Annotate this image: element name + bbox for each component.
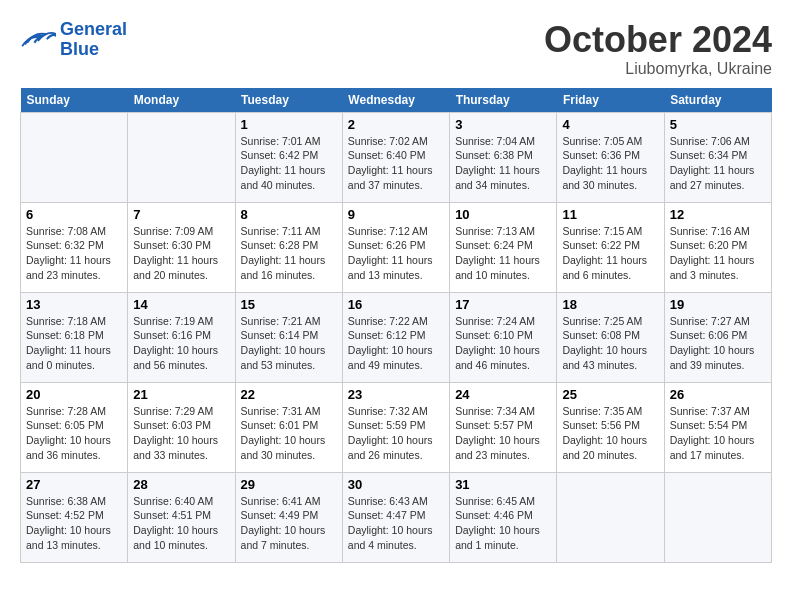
day-info: Sunrise: 7:08 AMSunset: 6:32 PMDaylight:… xyxy=(26,224,122,283)
day-cell: 8Sunrise: 7:11 AMSunset: 6:28 PMDaylight… xyxy=(235,202,342,292)
header-friday: Friday xyxy=(557,88,664,113)
logo-text: GeneralBlue xyxy=(60,20,127,60)
day-info: Sunrise: 7:19 AMSunset: 6:16 PMDaylight:… xyxy=(133,314,229,373)
day-number: 24 xyxy=(455,387,551,402)
day-cell: 14Sunrise: 7:19 AMSunset: 6:16 PMDayligh… xyxy=(128,292,235,382)
day-info: Sunrise: 6:38 AMSunset: 4:52 PMDaylight:… xyxy=(26,494,122,553)
day-number: 15 xyxy=(241,297,337,312)
day-number: 19 xyxy=(670,297,766,312)
header-thursday: Thursday xyxy=(450,88,557,113)
day-info: Sunrise: 7:01 AMSunset: 6:42 PMDaylight:… xyxy=(241,134,337,193)
day-cell: 23Sunrise: 7:32 AMSunset: 5:59 PMDayligh… xyxy=(342,382,449,472)
day-number: 12 xyxy=(670,207,766,222)
day-info: Sunrise: 7:29 AMSunset: 6:03 PMDaylight:… xyxy=(133,404,229,463)
day-info: Sunrise: 7:18 AMSunset: 6:18 PMDaylight:… xyxy=(26,314,122,373)
day-number: 5 xyxy=(670,117,766,132)
day-info: Sunrise: 7:37 AMSunset: 5:54 PMDaylight:… xyxy=(670,404,766,463)
day-cell: 1Sunrise: 7:01 AMSunset: 6:42 PMDaylight… xyxy=(235,112,342,202)
day-info: Sunrise: 7:22 AMSunset: 6:12 PMDaylight:… xyxy=(348,314,444,373)
day-info: Sunrise: 7:25 AMSunset: 6:08 PMDaylight:… xyxy=(562,314,658,373)
day-info: Sunrise: 7:32 AMSunset: 5:59 PMDaylight:… xyxy=(348,404,444,463)
day-info: Sunrise: 7:13 AMSunset: 6:24 PMDaylight:… xyxy=(455,224,551,283)
day-info: Sunrise: 7:02 AMSunset: 6:40 PMDaylight:… xyxy=(348,134,444,193)
logo-icon xyxy=(20,25,56,55)
calendar-title: October 2024 xyxy=(544,20,772,60)
day-number: 14 xyxy=(133,297,229,312)
day-number: 22 xyxy=(241,387,337,402)
week-row-2: 6Sunrise: 7:08 AMSunset: 6:32 PMDaylight… xyxy=(21,202,772,292)
day-number: 29 xyxy=(241,477,337,492)
day-info: Sunrise: 7:16 AMSunset: 6:20 PMDaylight:… xyxy=(670,224,766,283)
day-cell: 9Sunrise: 7:12 AMSunset: 6:26 PMDaylight… xyxy=(342,202,449,292)
day-cell: 19Sunrise: 7:27 AMSunset: 6:06 PMDayligh… xyxy=(664,292,771,382)
day-cell: 20Sunrise: 7:28 AMSunset: 6:05 PMDayligh… xyxy=(21,382,128,472)
day-cell: 6Sunrise: 7:08 AMSunset: 6:32 PMDaylight… xyxy=(21,202,128,292)
day-cell: 26Sunrise: 7:37 AMSunset: 5:54 PMDayligh… xyxy=(664,382,771,472)
day-cell: 22Sunrise: 7:31 AMSunset: 6:01 PMDayligh… xyxy=(235,382,342,472)
week-row-4: 20Sunrise: 7:28 AMSunset: 6:05 PMDayligh… xyxy=(21,382,772,472)
page-header: GeneralBlue October 2024 Liubomyrka, Ukr… xyxy=(20,20,772,78)
day-number: 27 xyxy=(26,477,122,492)
day-info: Sunrise: 7:09 AMSunset: 6:30 PMDaylight:… xyxy=(133,224,229,283)
header-monday: Monday xyxy=(128,88,235,113)
title-block: October 2024 Liubomyrka, Ukraine xyxy=(544,20,772,78)
day-number: 31 xyxy=(455,477,551,492)
calendar-subtitle: Liubomyrka, Ukraine xyxy=(544,60,772,78)
day-cell: 15Sunrise: 7:21 AMSunset: 6:14 PMDayligh… xyxy=(235,292,342,382)
week-row-5: 27Sunrise: 6:38 AMSunset: 4:52 PMDayligh… xyxy=(21,472,772,562)
day-info: Sunrise: 7:05 AMSunset: 6:36 PMDaylight:… xyxy=(562,134,658,193)
day-cell: 11Sunrise: 7:15 AMSunset: 6:22 PMDayligh… xyxy=(557,202,664,292)
day-number: 2 xyxy=(348,117,444,132)
day-cell xyxy=(21,112,128,202)
day-cell: 16Sunrise: 7:22 AMSunset: 6:12 PMDayligh… xyxy=(342,292,449,382)
day-number: 20 xyxy=(26,387,122,402)
day-cell: 29Sunrise: 6:41 AMSunset: 4:49 PMDayligh… xyxy=(235,472,342,562)
day-cell: 25Sunrise: 7:35 AMSunset: 5:56 PMDayligh… xyxy=(557,382,664,472)
day-number: 1 xyxy=(241,117,337,132)
day-cell: 30Sunrise: 6:43 AMSunset: 4:47 PMDayligh… xyxy=(342,472,449,562)
day-cell: 7Sunrise: 7:09 AMSunset: 6:30 PMDaylight… xyxy=(128,202,235,292)
day-info: Sunrise: 7:21 AMSunset: 6:14 PMDaylight:… xyxy=(241,314,337,373)
header-wednesday: Wednesday xyxy=(342,88,449,113)
day-number: 21 xyxy=(133,387,229,402)
header-tuesday: Tuesday xyxy=(235,88,342,113)
day-number: 9 xyxy=(348,207,444,222)
day-cell: 21Sunrise: 7:29 AMSunset: 6:03 PMDayligh… xyxy=(128,382,235,472)
day-cell: 12Sunrise: 7:16 AMSunset: 6:20 PMDayligh… xyxy=(664,202,771,292)
day-info: Sunrise: 7:24 AMSunset: 6:10 PMDaylight:… xyxy=(455,314,551,373)
day-number: 28 xyxy=(133,477,229,492)
day-info: Sunrise: 7:11 AMSunset: 6:28 PMDaylight:… xyxy=(241,224,337,283)
logo: GeneralBlue xyxy=(20,20,127,60)
day-info: Sunrise: 7:04 AMSunset: 6:38 PMDaylight:… xyxy=(455,134,551,193)
day-cell: 24Sunrise: 7:34 AMSunset: 5:57 PMDayligh… xyxy=(450,382,557,472)
day-cell xyxy=(128,112,235,202)
day-info: Sunrise: 7:15 AMSunset: 6:22 PMDaylight:… xyxy=(562,224,658,283)
day-cell: 4Sunrise: 7:05 AMSunset: 6:36 PMDaylight… xyxy=(557,112,664,202)
day-number: 16 xyxy=(348,297,444,312)
day-cell: 27Sunrise: 6:38 AMSunset: 4:52 PMDayligh… xyxy=(21,472,128,562)
day-number: 4 xyxy=(562,117,658,132)
header-sunday: Sunday xyxy=(21,88,128,113)
day-cell: 28Sunrise: 6:40 AMSunset: 4:51 PMDayligh… xyxy=(128,472,235,562)
day-number: 17 xyxy=(455,297,551,312)
day-cell: 13Sunrise: 7:18 AMSunset: 6:18 PMDayligh… xyxy=(21,292,128,382)
day-cell: 5Sunrise: 7:06 AMSunset: 6:34 PMDaylight… xyxy=(664,112,771,202)
week-row-1: 1Sunrise: 7:01 AMSunset: 6:42 PMDaylight… xyxy=(21,112,772,202)
day-cell: 10Sunrise: 7:13 AMSunset: 6:24 PMDayligh… xyxy=(450,202,557,292)
days-header-row: Sunday Monday Tuesday Wednesday Thursday… xyxy=(21,88,772,113)
day-number: 8 xyxy=(241,207,337,222)
day-info: Sunrise: 6:45 AMSunset: 4:46 PMDaylight:… xyxy=(455,494,551,553)
day-number: 13 xyxy=(26,297,122,312)
day-info: Sunrise: 7:34 AMSunset: 5:57 PMDaylight:… xyxy=(455,404,551,463)
day-number: 18 xyxy=(562,297,658,312)
day-number: 7 xyxy=(133,207,229,222)
day-info: Sunrise: 7:06 AMSunset: 6:34 PMDaylight:… xyxy=(670,134,766,193)
day-number: 3 xyxy=(455,117,551,132)
day-info: Sunrise: 7:12 AMSunset: 6:26 PMDaylight:… xyxy=(348,224,444,283)
day-info: Sunrise: 7:35 AMSunset: 5:56 PMDaylight:… xyxy=(562,404,658,463)
day-number: 25 xyxy=(562,387,658,402)
day-info: Sunrise: 6:41 AMSunset: 4:49 PMDaylight:… xyxy=(241,494,337,553)
day-cell: 31Sunrise: 6:45 AMSunset: 4:46 PMDayligh… xyxy=(450,472,557,562)
day-cell: 2Sunrise: 7:02 AMSunset: 6:40 PMDaylight… xyxy=(342,112,449,202)
day-info: Sunrise: 7:28 AMSunset: 6:05 PMDaylight:… xyxy=(26,404,122,463)
